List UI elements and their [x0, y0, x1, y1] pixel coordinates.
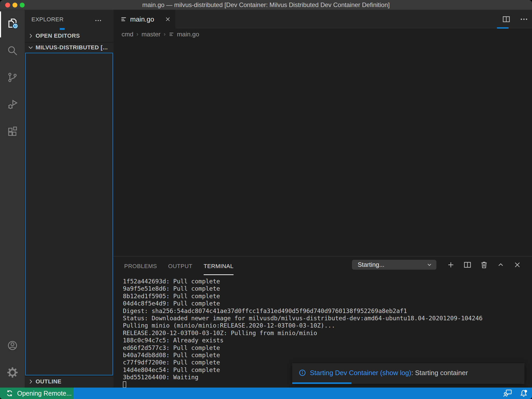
- sidebar-item-run-debug[interactable]: [0, 92, 25, 117]
- breadcrumb-separator: ›: [136, 31, 138, 38]
- terminal-line: 9a9f5e51e8d6: Pull complete: [123, 285, 532, 292]
- sidebar-item-search[interactable]: [0, 39, 25, 64]
- explorer-more-actions-button[interactable]: [94, 17, 102, 24]
- terminal-cursor: [123, 381, 126, 388]
- section-workspace-folder[interactable]: MILVUS-DISTRIBUTED [...: [25, 42, 114, 52]
- breadcrumb-item[interactable]: main.go: [177, 31, 199, 38]
- extensions-icon: [7, 126, 18, 138]
- breadcrumb-separator: ›: [164, 31, 165, 38]
- explorer-sidebar: EXPLORER OPEN EDITORS MILVUS-DISTRIBUTED…: [25, 10, 114, 388]
- split-editor-icon[interactable]: [502, 15, 511, 24]
- more-actions-icon: [94, 17, 102, 24]
- search-icon: [7, 45, 18, 57]
- notification-show-log-link[interactable]: Starting Dev Container (show log): [310, 369, 411, 377]
- section-label: OUTLINE: [36, 378, 61, 385]
- notification-progress-bar: [292, 382, 351, 384]
- kill-terminal-trash-icon[interactable]: [480, 261, 488, 269]
- terminal-line: 8b12ed1f5905: Pull complete: [123, 292, 532, 300]
- status-bar-right: [503, 388, 528, 399]
- editor-group: main.go: [114, 10, 532, 388]
- source-control-icon: [7, 72, 18, 84]
- terminal-select-dropdown[interactable]: Starting...: [352, 260, 436, 270]
- section-label: OPEN EDITORS: [36, 32, 80, 39]
- section-outline[interactable]: OUTLINE: [25, 376, 114, 387]
- activity-bar: [0, 10, 25, 388]
- info-icon: [298, 369, 306, 377]
- editor-content[interactable]: [114, 40, 532, 256]
- sidebar-title: EXPLORER: [31, 16, 64, 23]
- vscode-window: main.go — milvus-distributed [Dev Contai…: [0, 0, 532, 399]
- terminal-line: RELEASE.2020-12-03T00-03-10Z: Pulling fr…: [123, 329, 532, 337]
- tab-label: main.go: [130, 15, 154, 23]
- go-file-icon: [169, 31, 174, 37]
- chevron-right-icon: [27, 378, 34, 385]
- more-actions-icon[interactable]: [520, 15, 528, 24]
- sync-spinner-icon: [6, 389, 14, 397]
- panel-tab-bar: PROBLEMS OUTPUT TERMINAL: [124, 256, 234, 275]
- sidebar-item-explorer[interactable]: [0, 11, 25, 36]
- feedback-icon[interactable]: [503, 389, 512, 398]
- breadcrumb-item[interactable]: master: [142, 31, 161, 38]
- account-icon: [7, 340, 18, 352]
- terminal-line: 188c0c94c7c5: Already exists: [123, 337, 532, 344]
- notification-toast: Starting Dev Container (show log) : Star…: [292, 363, 524, 384]
- notification-message: : Starting container: [411, 369, 468, 377]
- explorer-files-icon: [7, 17, 18, 30]
- tab-terminal[interactable]: TERMINAL: [204, 256, 234, 275]
- terminal-select-value: Starting...: [358, 261, 384, 268]
- editor-actions: [502, 10, 528, 29]
- section-open-editors[interactable]: OPEN EDITORS: [25, 31, 114, 41]
- tab-problems[interactable]: PROBLEMS: [124, 256, 157, 275]
- split-terminal-icon[interactable]: [463, 261, 472, 269]
- sidebar-progress-bar: [60, 28, 65, 30]
- sidebar-item-source-control[interactable]: [0, 65, 25, 90]
- close-panel-icon[interactable]: [513, 261, 522, 269]
- account-button[interactable]: [0, 334, 25, 358]
- notifications-bell-icon[interactable]: [519, 389, 528, 398]
- settings-gear-icon: [7, 367, 18, 379]
- terminal-line: 04d4c8f5e4d9: Pull complete: [123, 300, 532, 307]
- breadcrumb-item[interactable]: cmd: [122, 31, 133, 38]
- terminal-line: Status: Downloaded newer image for milvu…: [123, 315, 532, 322]
- remote-status-item[interactable]: Opening Remote...: [0, 388, 74, 399]
- notification-content: Starting Dev Container (show log) : Star…: [298, 363, 468, 382]
- remote-status-label: Opening Remote...: [17, 390, 72, 397]
- terminal-line: ed66f2d577c3: Pull complete: [123, 344, 532, 351]
- chevron-down-icon: [426, 261, 433, 268]
- panel-actions: [447, 261, 522, 269]
- breadcrumb: cmd › master › main.go: [114, 29, 532, 40]
- section-label: MILVUS-DISTRIBUTED [...: [36, 44, 108, 51]
- explorer-file-tree[interactable]: [25, 53, 113, 375]
- status-bar: Opening Remote...: [0, 388, 532, 399]
- panel-toolbar: Starting...: [352, 260, 532, 270]
- settings-button[interactable]: [0, 361, 25, 385]
- chevron-right-icon: [27, 32, 34, 39]
- terminal-line: b40a74db8d08: Pull complete: [123, 351, 532, 359]
- workbench: EXPLORER OPEN EDITORS MILVUS-DISTRIBUTED…: [0, 10, 532, 388]
- terminal-line: Pulling minio (minio/minio:RELEASE.2020-…: [123, 322, 532, 329]
- tab-close-icon[interactable]: [164, 16, 171, 23]
- tab-main-go[interactable]: main.go: [114, 10, 175, 29]
- terminal-line: 1f52a442693d: Pull complete: [123, 278, 532, 285]
- sidebar-item-extensions[interactable]: [0, 120, 25, 145]
- tab-output[interactable]: OUTPUT: [168, 256, 192, 275]
- maximize-panel-chevron-up-icon[interactable]: [496, 261, 505, 269]
- window-title: main.go — milvus-distributed [Dev Contai…: [0, 0, 532, 10]
- terminal-line: Digest: sha256:54adc8074c41ae37d0ffcc1fa…: [123, 307, 532, 315]
- run-debug-icon: [7, 99, 18, 111]
- title-bar: main.go — milvus-distributed [Dev Contai…: [0, 0, 532, 10]
- new-terminal-icon[interactable]: [447, 261, 455, 269]
- chevron-down-icon: [27, 44, 34, 51]
- editor-tab-bar: main.go: [114, 10, 532, 29]
- go-file-icon: [120, 16, 127, 23]
